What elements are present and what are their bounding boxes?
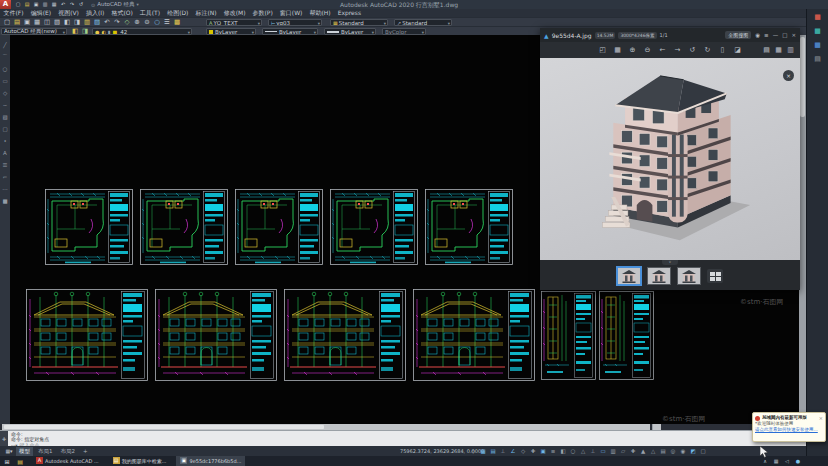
tab-layout2[interactable]: 布局2	[58, 447, 79, 456]
menu-item-10[interactable]: 窗口(W)	[276, 9, 306, 17]
block-icon[interactable]: ▢	[0, 123, 10, 135]
elevation-sheet-4[interactable]	[413, 289, 535, 385]
rectangle-icon[interactable]: ▭	[0, 75, 10, 87]
image-thumbnail-2[interactable]	[647, 267, 671, 285]
panel-icon-gray[interactable]: ▤	[813, 55, 823, 64]
menu-item-8[interactable]: 修改(M)	[220, 9, 249, 17]
start-button[interactable]: ⊞	[0, 458, 14, 465]
horizontal-scrollbar-thumb[interactable]	[4, 425, 324, 429]
command-line-window[interactable]: ✚ 命令:命令: 指定对角点 ▭▾ 键入命令	[0, 430, 828, 446]
plot-icon[interactable]: ▦	[50, 0, 58, 9]
delete-icon[interactable]: ▯	[718, 42, 727, 58]
mleader-style-combo[interactable]: ↗ Standard▾	[394, 19, 452, 26]
layer-states-icon[interactable]: ◨	[80, 27, 90, 36]
plot-style-combo[interactable]: ByColor▾	[382, 28, 426, 35]
print-icon[interactable]: ▥	[786, 42, 795, 58]
image-thumbnail-3[interactable]	[677, 267, 701, 285]
text-icon[interactable]: A	[0, 147, 10, 159]
erase-icon[interactable]: ■	[0, 195, 10, 207]
new-layout-button[interactable]: +	[80, 447, 91, 456]
taskbar-task-1[interactable]: ▤我的图题库中检索...	[109, 456, 171, 466]
dimension-icon[interactable]: ⌐	[0, 171, 10, 183]
isometric-drafting-icon[interactable]: ◇	[518, 446, 528, 456]
viewer-maximize-button[interactable]: □	[782, 32, 787, 38]
detail-sheet-2[interactable]	[599, 291, 654, 384]
save-icon[interactable]: ▣	[32, 0, 40, 9]
circle-icon[interactable]: ○	[0, 63, 10, 75]
menu-item-12[interactable]: Express	[334, 9, 364, 17]
menu-item-11[interactable]: 帮助(H)	[306, 9, 334, 17]
grid-display-icon[interactable]: ▤	[488, 446, 498, 456]
workspace-combo[interactable]: AutoCAD 经典(new)▾	[1, 28, 67, 35]
annotation-scale-icon[interactable]: ▤	[658, 446, 668, 456]
transparency-icon[interactable]: ◧	[558, 446, 568, 456]
dim-style-combo[interactable]: ⊢ yq03▾	[268, 19, 322, 26]
panel-icon-teal[interactable]: ■	[813, 27, 823, 36]
selection-filtering-icon[interactable]: ▱	[618, 446, 628, 456]
measure-icon[interactable]: ⋯	[0, 183, 10, 195]
grid-view-icon[interactable]: ▦	[774, 42, 783, 58]
menu-item-3[interactable]: 插入(I)	[82, 9, 107, 17]
notification-close-icon[interactable]: ×	[819, 415, 823, 421]
save-as-icon[interactable]: ▥	[41, 0, 49, 9]
polar-tracking-icon[interactable]: ∠	[508, 446, 518, 456]
vertical-scrollbar-thumb[interactable]	[800, 37, 805, 117]
copy-image-icon[interactable]: ◪	[733, 42, 742, 58]
clean-screen-icon[interactable]: ▢	[698, 446, 708, 456]
menu-item-1[interactable]: 编辑(E)	[27, 9, 54, 17]
panel-icon-blue[interactable]: ■	[813, 41, 823, 50]
menu-item-6[interactable]: 绘图(D)	[164, 9, 192, 17]
previous-image-icon[interactable]: ←	[658, 42, 667, 58]
text-style-combo[interactable]: A YQ_TEXT▾	[206, 19, 262, 26]
menu-item-0[interactable]: 文件(F)	[0, 9, 27, 17]
image-thumbnail-1[interactable]	[617, 267, 641, 285]
undo-icon[interactable]: ↶	[59, 0, 67, 9]
new-file-icon[interactable]: ▢	[14, 0, 22, 9]
elevation-sheet-3[interactable]	[284, 289, 406, 385]
autocad-logo-icon[interactable]: A	[0, 0, 11, 9]
elevation-sheet-1[interactable]	[26, 289, 148, 385]
notification-balloon[interactable]: 局域网内有最新可用版 × *欢迎随时体验使用 请点此查看如何快速安装使用...	[752, 412, 826, 442]
viewer-menu-icon[interactable]: ≡	[764, 32, 769, 38]
floor-plan-sheet-2[interactable]	[140, 189, 228, 269]
line-icon[interactable]: ╱	[0, 39, 10, 51]
table-style-combo[interactable]: ▦ Standard▾	[330, 19, 388, 26]
object-snap-tracking-icon[interactable]: ✚	[528, 446, 538, 456]
list-view-icon[interactable]: ▤	[762, 42, 771, 58]
strip-collapse-handle[interactable]: ∨	[662, 260, 678, 265]
next-image-icon[interactable]: →	[673, 42, 682, 58]
dynamic-input-icon[interactable]: ▭	[598, 446, 608, 456]
workspace-switching-icon[interactable]: ◎	[668, 446, 678, 456]
actual-size-icon[interactable]: ▦	[613, 42, 622, 58]
dynamic-ucs-icon[interactable]: ⊥	[588, 446, 598, 456]
menu-item-4[interactable]: 格式(O)	[108, 9, 136, 17]
rotate-left-icon[interactable]: ↺	[688, 42, 697, 58]
rotate-right-icon[interactable]: ↻	[703, 42, 712, 58]
snap-mode-icon[interactable]: ▦	[478, 446, 488, 456]
tray-network-icon[interactable]: ▦	[772, 456, 780, 466]
hardware-acceleration-icon[interactable]: ◩	[688, 446, 698, 456]
taskbar-task-2[interactable]: ▣9e55dc1776b6b5d...	[176, 456, 245, 466]
elevation-sheet-2[interactable]	[155, 289, 277, 385]
menu-item-9[interactable]: 参数(P)	[249, 9, 276, 17]
zoom-in-icon[interactable]: ⊕	[628, 42, 637, 58]
tray-message-icon[interactable]: ●	[794, 456, 802, 466]
annotation-monitor-icon[interactable]: ◉	[678, 446, 688, 456]
viewer-title-bar[interactable]: ▲ 9e55d4-A.jpg 14.52M 3000*4246像素 1/1 全图…	[540, 28, 800, 42]
lineweight-icon[interactable]: ≡	[548, 446, 558, 456]
panel-icon-red[interactable]: ■	[813, 13, 823, 22]
object-snap-icon[interactable]: ▣	[538, 446, 548, 456]
polygon-icon[interactable]: ◇	[0, 87, 10, 99]
floor-plan-sheet-4[interactable]	[330, 189, 418, 269]
viewer-search-button[interactable]: 全图搜图	[725, 31, 751, 39]
zoom-out-icon[interactable]: ⊖	[643, 42, 652, 58]
linetype-combo[interactable]: ByLayer▾	[262, 28, 318, 35]
hatch-icon[interactable]: ▨	[0, 111, 10, 123]
floor-plan-sheet-3[interactable]	[235, 189, 323, 269]
viewer-image-area[interactable]: ×	[540, 58, 800, 260]
vertical-scrollbar[interactable]	[799, 35, 806, 424]
selection-cycling-icon[interactable]: ○	[568, 446, 578, 456]
layer-combo[interactable]: ●◐▮■ 42▾	[92, 28, 192, 35]
annotation-visibility-icon[interactable]: ▲	[638, 446, 648, 456]
fit-screen-icon[interactable]: ◰	[598, 42, 607, 58]
